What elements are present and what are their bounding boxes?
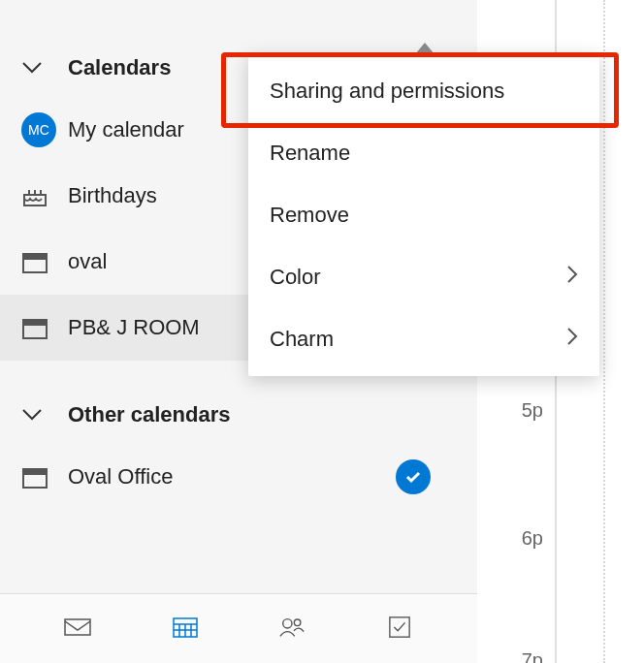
calendar-label: Birthdays	[68, 183, 157, 208]
menu-label: Rename	[270, 141, 350, 166]
section-label: Calendars	[68, 55, 171, 80]
menu-label: Charm	[270, 327, 334, 352]
time-label-7p: 7p	[522, 649, 543, 663]
menu-label: Sharing and permissions	[270, 79, 504, 104]
calendar-label: oval	[68, 249, 107, 274]
menu-label: Remove	[270, 203, 349, 228]
todo-icon	[386, 616, 413, 643]
calendar-icon	[21, 315, 68, 340]
svg-rect-2	[23, 254, 47, 259]
chevron-right-icon	[566, 265, 578, 290]
calendar-icon	[172, 616, 199, 643]
calendar-label: Oval Office	[68, 464, 173, 489]
cake-icon	[21, 183, 68, 208]
menu-pointer	[415, 43, 435, 54]
mail-icon	[64, 616, 91, 643]
menu-item-rename[interactable]: Rename	[248, 122, 599, 184]
avatar: MC	[21, 112, 68, 147]
calendar-label: PB& J ROOM	[68, 315, 200, 340]
menu-label: Color	[270, 265, 321, 290]
svg-rect-16	[389, 616, 408, 636]
menu-item-color[interactable]: Color	[248, 246, 599, 308]
grid-divider	[603, 0, 605, 663]
nav-people[interactable]	[263, 610, 321, 648]
nav-mail[interactable]	[48, 610, 107, 648]
menu-item-sharing-permissions[interactable]: Sharing and permissions	[248, 60, 599, 122]
calendar-label: My calendar	[68, 117, 184, 142]
calendar-item-oval-office[interactable]: Oval Office	[0, 444, 477, 510]
checkmark-icon	[396, 459, 431, 494]
calendar-icon	[21, 249, 68, 274]
svg-rect-4	[23, 320, 47, 325]
svg-point-14	[283, 618, 292, 627]
svg-rect-7	[65, 619, 90, 635]
chevron-down-icon	[21, 408, 68, 422]
people-icon	[278, 616, 306, 643]
svg-point-15	[295, 619, 302, 626]
menu-item-remove[interactable]: Remove	[248, 184, 599, 246]
chevron-down-icon	[21, 61, 68, 75]
calendar-icon	[21, 464, 68, 489]
section-header-other-calendars[interactable]: Other calendars	[0, 386, 477, 444]
time-label-6p: 6p	[522, 527, 543, 550]
context-menu: Sharing and permissions Rename Remove Co…	[248, 54, 599, 376]
menu-item-charm[interactable]: Charm	[248, 308, 599, 370]
nav-todo[interactable]	[370, 610, 429, 648]
chevron-right-icon	[566, 327, 578, 352]
svg-rect-6	[23, 469, 47, 474]
nav-calendar[interactable]	[156, 610, 214, 648]
bottom-nav	[0, 593, 477, 663]
app-root: 5p 6p 7p Calendars MC My calendar	[0, 0, 644, 663]
section-label: Other calendars	[68, 402, 231, 427]
time-label-5p: 5p	[522, 399, 543, 422]
